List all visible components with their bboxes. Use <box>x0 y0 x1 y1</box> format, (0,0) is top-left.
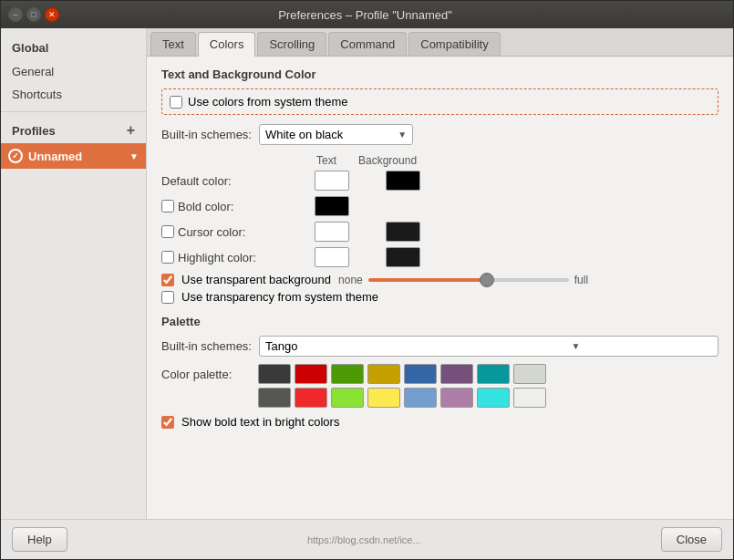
bold-color-label: Bold color: <box>161 200 307 213</box>
full-label: full <box>574 274 588 286</box>
transparent-bg-row: Use transparent background none full <box>161 273 718 286</box>
transparency-system-checkbox[interactable] <box>161 291 174 304</box>
palette-row2 <box>161 388 718 408</box>
transparent-bg-checkbox[interactable] <box>161 274 174 286</box>
help-button[interactable]: Help <box>12 527 67 552</box>
text-bg-section-title: Text and Background Color <box>161 67 718 81</box>
default-color-row: Default color: <box>161 171 718 191</box>
palette-colors-row1 <box>258 364 546 384</box>
close-window-button[interactable]: ✕ <box>45 7 59 22</box>
default-bg-swatch[interactable] <box>386 171 420 191</box>
palette-swatch-0-5[interactable] <box>440 364 473 384</box>
highlight-color-label: Highlight color: <box>161 251 307 264</box>
palette-swatch-1-3[interactable] <box>367 388 400 408</box>
sidebar: Global General Shortcuts Profiles + ✓ Un… <box>1 28 147 519</box>
system-theme-checkbox[interactable] <box>170 96 182 109</box>
cursor-bg-swatch[interactable] <box>386 222 420 242</box>
bold-color-checkbox[interactable] <box>161 200 174 213</box>
built-in-schemes-row: Built-in schemes: White on black ▼ <box>161 124 718 145</box>
close-button[interactable]: Close <box>661 527 722 552</box>
main-window: – □ ✕ Preferences – Profile "Unnamed" Gl… <box>0 0 734 560</box>
tab-scrolling[interactable]: Scrolling <box>257 32 326 56</box>
palette-section-title: Palette <box>161 315 718 328</box>
add-profile-button[interactable]: + <box>127 123 135 138</box>
palette-swatch-1-1[interactable] <box>295 388 327 408</box>
palette-swatch-1-4[interactable] <box>404 388 437 408</box>
color-table: Text Background Default color: <box>161 154 718 267</box>
profile-arrow-icon: ▼ <box>129 151 139 161</box>
palette-swatch-0-3[interactable] <box>367 364 400 384</box>
bold-color-row: Bold color: <box>161 196 718 216</box>
footer: Help https://blog.csdn.net/ice... Close <box>1 519 733 559</box>
show-bold-checkbox[interactable] <box>161 416 174 429</box>
built-in-schemes-label: Built-in schemes: <box>161 128 252 141</box>
palette-swatch-0-6[interactable] <box>477 364 510 384</box>
palette-colors-row2 <box>258 388 546 408</box>
scheme-dropdown-arrow: ▼ <box>398 130 407 140</box>
palette-swatch-1-7[interactable] <box>513 388 546 408</box>
tab-compatibility[interactable]: Compatibility <box>408 32 500 56</box>
highlight-bg-swatch[interactable] <box>386 247 420 267</box>
maximize-button[interactable]: □ <box>26 7 41 22</box>
palette-swatch-1-5[interactable] <box>440 388 473 408</box>
highlight-text-swatch[interactable] <box>315 247 349 267</box>
palette-swatch-0-0[interactable] <box>258 364 291 384</box>
palette-swatch-1-2[interactable] <box>331 388 364 408</box>
transparency-system-label: Use transparency from system theme <box>181 290 378 304</box>
window-body: Global General Shortcuts Profiles + ✓ Un… <box>1 28 733 519</box>
titlebar-buttons: – □ ✕ <box>8 7 59 22</box>
bold-text-swatch[interactable] <box>315 196 349 216</box>
profile-name: Unnamed <box>28 150 82 163</box>
show-bold-row: Show bold text in bright colors <box>161 415 718 429</box>
palette-dropdown-arrow: ▼ <box>571 341 580 351</box>
show-bold-label: Show bold text in bright colors <box>181 415 339 429</box>
footer-url: https://blog.csdn.net/ice... <box>307 534 421 545</box>
default-color-label: Default color: <box>161 174 307 188</box>
window-title: Preferences – Profile "Unnamed" <box>59 8 671 22</box>
palette-swatch-0-2[interactable] <box>331 364 364 384</box>
cursor-color-label: Cursor color: <box>161 225 307 239</box>
content-area: Text and Background Color Use colors fro… <box>147 57 733 519</box>
palette-swatch-0-7[interactable] <box>513 364 546 384</box>
palette-colors-label: Color palette: <box>161 368 253 381</box>
palette-section: Palette Built-in schemes: Tango ▼ Color … <box>161 315 718 429</box>
palette-scheme-label: Built-in schemes: <box>161 339 252 353</box>
scheme-value: White on black <box>265 128 343 141</box>
palette-scheme-select[interactable]: Tango ▼ <box>259 336 718 357</box>
transparency-slider-container: none full <box>338 274 588 286</box>
cursor-color-checkbox[interactable] <box>161 225 174 238</box>
col-text-header: Text <box>316 154 336 167</box>
palette-swatch-1-0[interactable] <box>258 388 291 408</box>
titlebar: – □ ✕ Preferences – Profile "Unnamed" <box>1 1 733 28</box>
cursor-text-swatch[interactable] <box>315 222 349 242</box>
cursor-color-row: Cursor color: <box>161 222 718 242</box>
tab-bar: Text Colors Scrolling Command Compatibil… <box>147 28 733 57</box>
system-theme-label: Use colors from system theme <box>188 95 348 109</box>
none-label: none <box>338 274 363 286</box>
palette-row1: Color palette: <box>161 364 718 384</box>
highlight-color-checkbox[interactable] <box>161 251 174 264</box>
transparency-slider[interactable] <box>368 278 569 282</box>
transparency-system-row: Use transparency from system theme <box>161 290 718 304</box>
profiles-label: Profiles <box>12 124 56 138</box>
sidebar-item-shortcuts[interactable]: Shortcuts <box>1 83 146 106</box>
tab-command[interactable]: Command <box>328 32 407 56</box>
global-section-label: Global <box>1 36 146 60</box>
highlight-color-row: Highlight color: <box>161 247 718 267</box>
color-header-row: Text Background <box>316 154 718 167</box>
system-theme-row: Use colors from system theme <box>161 88 718 115</box>
palette-swatch-1-6[interactable] <box>477 388 510 408</box>
tab-text[interactable]: Text <box>150 32 196 56</box>
scheme-select[interactable]: White on black ▼ <box>259 124 413 145</box>
palette-scheme-value: Tango <box>265 339 297 353</box>
default-text-swatch[interactable] <box>315 171 349 191</box>
profiles-header: Profiles + <box>1 118 146 143</box>
palette-scheme-row: Built-in schemes: Tango ▼ <box>161 336 718 357</box>
tab-colors[interactable]: Colors <box>198 32 256 57</box>
profile-check-icon: ✓ <box>8 149 23 163</box>
sidebar-item-general[interactable]: General <box>1 60 146 83</box>
palette-swatch-0-4[interactable] <box>404 364 437 384</box>
palette-swatch-0-1[interactable] <box>295 364 327 384</box>
profile-unnamed[interactable]: ✓ Unnamed ▼ <box>1 143 146 169</box>
minimize-button[interactable]: – <box>8 7 23 22</box>
